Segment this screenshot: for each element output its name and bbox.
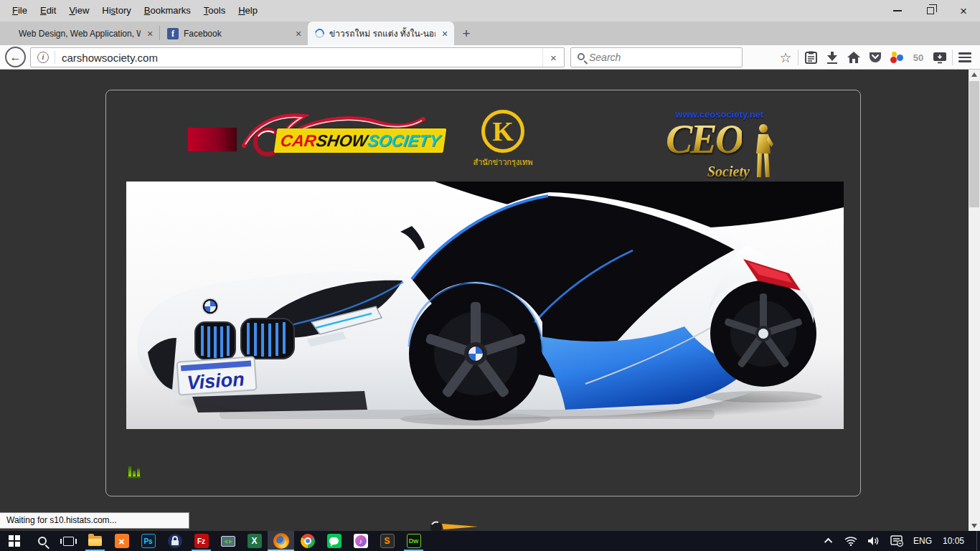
windows-logo-icon <box>9 535 20 547</box>
search-bar[interactable] <box>570 47 743 67</box>
new-tab-button[interactable]: + <box>454 24 479 43</box>
action-center-button[interactable] <box>885 531 909 551</box>
star-icon: ☆ <box>779 51 791 65</box>
line-app-button[interactable] <box>321 531 347 551</box>
speaker-icon <box>867 536 880 546</box>
lock-icon <box>168 534 182 548</box>
line-icon <box>327 534 341 548</box>
license-plate: Vision <box>177 357 257 395</box>
scroll-up-button[interactable] <box>969 70 980 80</box>
tray-expand-button[interactable] <box>819 531 840 551</box>
bmw-roundel-icon <box>202 298 218 314</box>
clock[interactable]: 10:05 <box>936 531 971 551</box>
extension-50-button[interactable]: 50 <box>908 47 929 68</box>
downloads-button[interactable] <box>821 47 843 68</box>
menu-help[interactable]: Help <box>232 0 264 22</box>
task-view-icon <box>63 537 74 546</box>
stop-loading-button[interactable]: × <box>542 48 564 67</box>
back-button[interactable]: ← <box>5 47 26 67</box>
k-news-logo[interactable]: K สำนักข่าวกรุงเทพ <box>471 110 535 171</box>
itunes-button[interactable]: ♪ <box>347 531 374 551</box>
remote-desktop-button[interactable] <box>215 531 241 551</box>
menu-label: iew <box>75 5 90 16</box>
start-button[interactable] <box>0 531 29 551</box>
bookmark-star-button[interactable]: ☆ <box>775 47 796 68</box>
plate-text: Vision <box>187 368 245 394</box>
restore-button[interactable] <box>914 0 947 22</box>
filezilla-button[interactable]: Fz <box>188 531 215 551</box>
menu-history[interactable]: History <box>95 0 137 22</box>
show-desktop-button[interactable] <box>976 531 980 551</box>
minimize-button[interactable] <box>881 0 914 22</box>
tab-facebook[interactable]: f Facebook × <box>160 22 308 45</box>
language-indicator[interactable]: ENG <box>909 531 936 551</box>
extension-colordots-button[interactable] <box>886 47 908 68</box>
sublime-icon: S <box>380 534 395 548</box>
menu-tools[interactable]: Tools <box>197 0 232 22</box>
screenshot-tool-button[interactable] <box>929 47 951 68</box>
volume-button[interactable] <box>862 531 885 551</box>
search-input[interactable] <box>589 52 742 63</box>
wifi-button[interactable] <box>840 531 862 551</box>
tab-close-icon[interactable]: × <box>289 28 308 39</box>
excel-button[interactable]: X <box>241 531 268 551</box>
status-bar: Waiting for s10.histats.com... <box>0 512 189 529</box>
password-app-button[interactable] <box>161 531 188 551</box>
tab-carshowsociety-active[interactable]: ข่าวรถใหม่ รถแต่ง ทั้งใน-นอก ร × <box>308 22 454 45</box>
xampp-button[interactable]: × <box>108 531 135 551</box>
remote-desktop-icon <box>221 536 235 547</box>
menu-label-key: H <box>238 5 245 16</box>
menu-label: ile <box>18 5 27 16</box>
tab-close-icon[interactable]: × <box>141 28 159 39</box>
histats-counter-icon[interactable] <box>127 465 141 479</box>
home-icon <box>847 52 860 64</box>
close-button[interactable]: × <box>947 0 980 22</box>
system-tray: ENG 10:05 <box>819 531 980 551</box>
menu-file[interactable]: File <box>6 0 34 22</box>
color-dots-icon <box>890 51 904 64</box>
menu-view[interactable]: View <box>62 0 95 22</box>
menu-edit[interactable]: Edit <box>34 0 62 22</box>
open-menu-button[interactable] <box>954 47 976 68</box>
home-button[interactable] <box>843 47 864 68</box>
minimize-icon <box>893 10 902 11</box>
chrome-button[interactable] <box>294 531 321 551</box>
down-arrow-icon <box>971 524 977 528</box>
sublime-text-button[interactable]: S <box>374 531 400 551</box>
file-explorer-button[interactable] <box>82 531 108 551</box>
firefox-button[interactable] <box>268 531 294 551</box>
dreamweaver-button[interactable]: Dw <box>400 531 427 551</box>
url-bar[interactable]: i carshowsociety.com × <box>30 47 565 67</box>
k-circle-icon: K <box>481 110 524 153</box>
firefox-icon <box>273 533 289 549</box>
front-wheel <box>409 287 542 420</box>
photoshop-button[interactable]: Ps <box>135 531 161 551</box>
excel-icon: X <box>248 534 262 548</box>
tab-web-design[interactable]: Web Design, Web Application, W × <box>11 22 159 45</box>
page-scrollbar[interactable] <box>969 70 980 531</box>
window-controls: × <box>881 0 980 22</box>
k-letter: K <box>492 116 514 147</box>
taskbar-search-button[interactable] <box>29 531 55 551</box>
scrollbar-thumb[interactable] <box>969 81 979 207</box>
close-icon: × <box>960 5 967 17</box>
wordmark-society: SOCIETY <box>367 131 442 151</box>
divider <box>952 50 953 65</box>
ceo-society-logo[interactable]: www.ceosociety.net CEO Society <box>666 109 773 182</box>
restore-icon <box>927 7 934 14</box>
scroll-down-button[interactable] <box>969 521 980 531</box>
url-text[interactable]: carshowsociety.com <box>55 52 542 64</box>
menu-label: Hi <box>102 5 110 16</box>
page-content: CARSHOWSOCIETY K สำนักข่าวกรุงเทพ www.ce… <box>0 70 969 531</box>
music-note-icon: ♪ <box>355 535 367 547</box>
menu-bookmarks[interactable]: Bookmarks <box>138 0 197 22</box>
loading-spinner-icon <box>313 27 326 39</box>
pocket-button[interactable] <box>864 47 886 68</box>
carshowsociety-logo[interactable]: CARSHOWSOCIETY <box>187 106 427 158</box>
tab-close-icon[interactable]: × <box>435 28 454 39</box>
gold-man-icon <box>755 123 773 179</box>
task-view-button[interactable] <box>55 531 82 551</box>
bookmarks-menu-button[interactable] <box>800 47 821 68</box>
site-info-icon[interactable]: i <box>37 52 49 63</box>
action-center-icon <box>890 535 903 547</box>
